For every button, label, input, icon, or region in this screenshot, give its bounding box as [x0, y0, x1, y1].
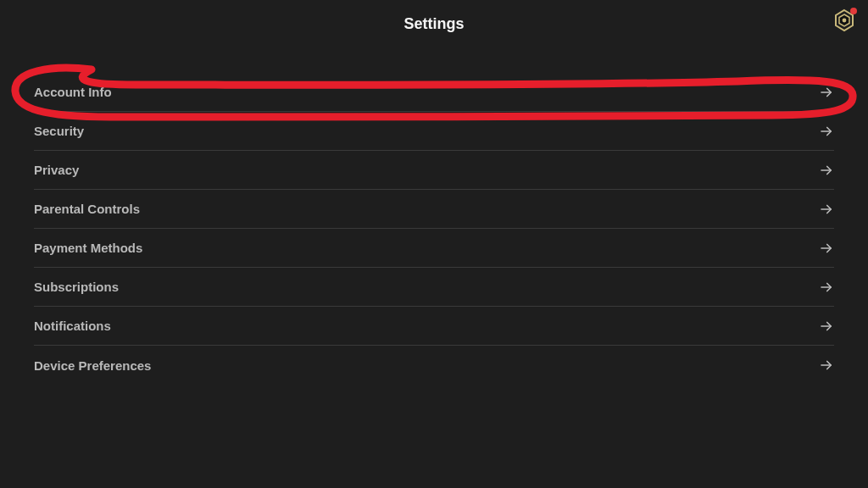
settings-row-payment-methods[interactable]: Payment Methods — [34, 229, 834, 268]
settings-row-parental-controls[interactable]: Parental Controls — [34, 190, 834, 229]
notification-dot-icon — [850, 8, 857, 14]
arrow-right-icon — [819, 124, 834, 139]
settings-row-label: Security — [34, 124, 84, 138]
settings-row-label: Subscriptions — [34, 280, 119, 294]
settings-row-label: Device Preferences — [34, 358, 151, 373]
settings-row-device-preferences[interactable]: Device Preferences — [34, 346, 834, 385]
settings-row-label: Privacy — [34, 163, 79, 177]
page-title: Settings — [403, 15, 464, 33]
settings-list: Account Info Security Privacy Parental C… — [0, 47, 868, 385]
settings-row-label: Payment Methods — [34, 241, 142, 255]
arrow-right-icon — [819, 358, 834, 373]
header: Settings — [0, 0, 868, 47]
settings-row-notifications[interactable]: Notifications — [34, 307, 834, 346]
arrow-right-icon — [819, 85, 834, 100]
settings-row-label: Parental Controls — [34, 202, 140, 216]
settings-row-label: Account Info — [34, 85, 112, 99]
arrow-right-icon — [819, 280, 834, 295]
arrow-right-icon — [819, 202, 834, 217]
arrow-right-icon — [819, 163, 834, 178]
settings-row-subscriptions[interactable]: Subscriptions — [34, 268, 834, 307]
settings-row-security[interactable]: Security — [34, 112, 834, 151]
app-logo-icon[interactable] — [832, 8, 856, 32]
arrow-right-icon — [819, 319, 834, 334]
svg-point-2 — [843, 19, 847, 23]
arrow-right-icon — [819, 241, 834, 256]
settings-row-privacy[interactable]: Privacy — [34, 151, 834, 190]
settings-row-account-info[interactable]: Account Info — [34, 73, 834, 112]
settings-row-label: Notifications — [34, 319, 111, 333]
